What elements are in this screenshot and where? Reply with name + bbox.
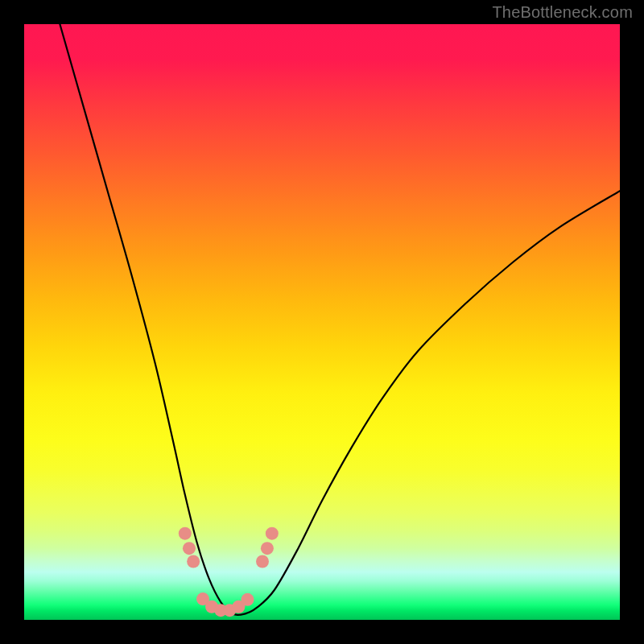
outer-frame: TheBottleneck.com — [0, 0, 644, 644]
curve-marker — [266, 527, 279, 540]
chart-svg — [24, 24, 620, 620]
curve-marker — [183, 542, 196, 555]
curve-marker — [179, 527, 192, 540]
curve-marker — [187, 555, 200, 568]
plot-area — [24, 24, 620, 620]
curve-marker — [261, 542, 274, 555]
bottleneck-curve — [60, 24, 620, 615]
curve-marker — [256, 555, 269, 568]
watermark-text: TheBottleneck.com — [492, 3, 633, 22]
curve-marker — [242, 593, 254, 606]
